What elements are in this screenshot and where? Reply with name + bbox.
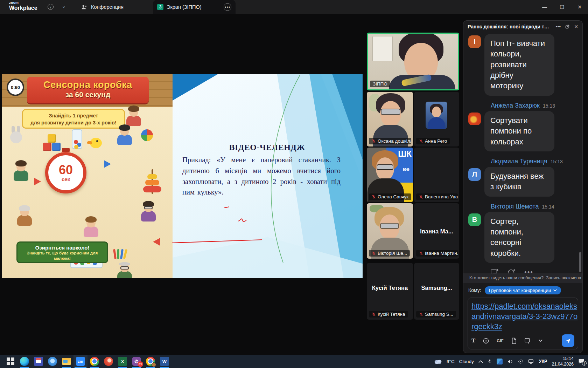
taskbar-excel[interactable]: X [115,355,130,368]
video-tile[interactable]: Анна Рего [414,92,459,146]
more-actions-icon[interactable]: ••• [524,268,533,273]
mic-muted-icon [419,312,423,316]
tab-more-icon[interactable]: ••• [224,3,231,11]
video-tile[interactable]: Валентина Увар... [414,148,459,202]
participant-center-name: Samsung... [414,285,459,291]
cartoon-boy [117,127,132,145]
cartoon-grandpa [117,263,132,278]
weather-cloud-icon [434,359,442,364]
clock-date: 21.04.2026 [552,361,574,367]
banner-letters-mid: ве [402,166,410,173]
taskbar-chrome[interactable] [88,355,102,368]
close-button[interactable]: ✕ [572,0,588,14]
video-tile[interactable]: ШК ве Олена Савчук [367,148,413,202]
mic-muted-icon [372,251,376,255]
start-button[interactable] [4,355,18,368]
avatar: Л [468,168,481,181]
avatar: І [468,35,481,48]
chat-popout-icon[interactable] [565,24,570,29]
tray-expand-icon[interactable] [478,360,483,363]
tab-conference[interactable]: Конференция [78,0,127,14]
message-sender-row: Вікторія Шемота15:14 [491,203,578,210]
sender-name: Вікторія Шемота [491,203,539,210]
poster-note-line2: для розвитку дитини до 3-х років! [23,120,124,127]
video-tile[interactable]: Вікторія Ше... [367,203,413,259]
participant-name: Валентина Увар... [425,194,458,199]
weather-condition[interactable]: Cloudy [459,359,474,364]
avatar-image [468,113,481,125]
poster-footer-line2: Знайдіть те, що буде корисним для малюка… [18,251,107,261]
recipient-row: Кому: Групповой чат конференции [468,286,578,294]
participant-name-badge: Кусій Тетяна [369,311,408,318]
screenshot-icon[interactable] [524,338,531,344]
chat-scrollbar-thumb[interactable] [579,252,581,272]
send-button[interactable] [562,334,574,347]
chat-message: Сортувати помпони по кольорах [468,111,578,151]
system-tray: 9°C Cloudy УКР 15:14 21.04.2026 1 [434,356,588,367]
sensory-box-poster: 0:60 Сенсорна коробка за 60 секунд Знайд… [2,74,173,278]
folder-icon [62,358,71,365]
action-center-button[interactable]: 1 [578,358,585,364]
taskbar-app-blue[interactable] [31,355,46,368]
toy-block [48,134,56,143]
toy-block [43,143,51,151]
taskbar-word[interactable]: W [158,355,172,368]
red-arrow-icon [153,238,160,246]
draft-link-text[interactable]: https://padlet.com/oksanaoleksandrivnava… [471,301,579,332]
shared-screen-slide: 0:60 Сенсорна коробка за 60 секунд Знайд… [2,74,363,278]
taskbar-viber[interactable]: ✆31 [130,355,144,368]
chevron-down-icon[interactable] [539,339,542,342]
tray-app-icon[interactable] [497,359,503,364]
chat-message-list[interactable]: І Поп Іт- вивчати кольори, розвивати дрі… [463,33,582,273]
video-tile[interactable]: Іванна Ма... Іванна Мартин... [414,203,459,259]
video-tile[interactable]: Кусій Тетяна Кусій Тетяна [367,263,413,320]
format-text-icon[interactable]: T [471,337,475,344]
poster-footer-line1: Озирніться навколо! [18,245,107,251]
screen-share-count-badge: 3 [157,4,163,10]
taskbar-edge[interactable] [18,355,31,368]
message-input[interactable]: https://padlet.com/oksanaoleksandrivnava… [468,298,578,349]
stopwatch-unit: сек [62,176,70,182]
taskbar-browser-red[interactable] [102,355,115,368]
reply-icon[interactable] [491,268,499,273]
microphone-icon[interactable] [488,359,492,364]
taskbar-zoom-active[interactable]: zm [74,355,88,368]
video-tile[interactable]: Samsung... Samsung S... [414,263,459,320]
taskbar-file-explorer[interactable] [59,355,74,368]
to-label: Кому: [468,287,481,293]
speaker-icon[interactable] [507,359,513,364]
taskbar-chromium[interactable] [46,355,59,368]
taskbar-chrome-profile[interactable] [144,355,158,368]
info-icon[interactable]: i [48,4,54,10]
gif-icon[interactable]: GIF [497,339,503,343]
network-display-icon[interactable] [528,359,534,364]
excel-icon: X [118,357,127,366]
red-arrow-icon [34,178,41,185]
chat-more-icon[interactable]: ••• [556,24,561,29]
red-browser-icon [104,357,113,366]
profile-avatar [152,362,156,367]
slide-body-text: Приклад: «У мене є паперовий стаканчик. … [182,155,341,198]
participant-center-name: Іванна Ма... [414,228,459,235]
chat-close-icon[interactable]: ✕ [574,24,578,29]
word-icon: W [160,357,169,366]
add-reaction-icon[interactable] [507,268,516,273]
keyboard-language[interactable]: УКР [539,359,547,364]
poster-title-line1: Сенсорна коробка [27,80,149,90]
minimize-button[interactable]: — [537,0,553,14]
emoji-icon[interactable] [483,338,489,344]
maximize-button[interactable]: ❐ [554,0,570,14]
video-tile-active-speaker[interactable]: ЗІППО [367,33,459,90]
chevron-down-icon[interactable]: ⌄ [62,3,66,9]
video-tile[interactable]: Оксана дошкілл... [367,92,413,146]
weather-temp[interactable]: 9°C [447,359,455,364]
taskbar-clock[interactable]: 15:14 21.04.2026 [552,356,574,367]
bunny-toy [10,130,22,145]
recipient-selector[interactable]: Групповой чат конференции [485,286,561,294]
viber-badge: 31 [138,361,143,367]
chat-composer: Кому: Групповой чат конференции https://… [463,283,582,353]
file-attach-icon[interactable] [511,338,517,344]
tab-screen-share[interactable]: 3 Экран (ЗІППО) ••• [153,0,236,14]
screen-record-icon[interactable] [518,359,524,364]
stopwatch-60s: 60 сек [45,152,86,193]
